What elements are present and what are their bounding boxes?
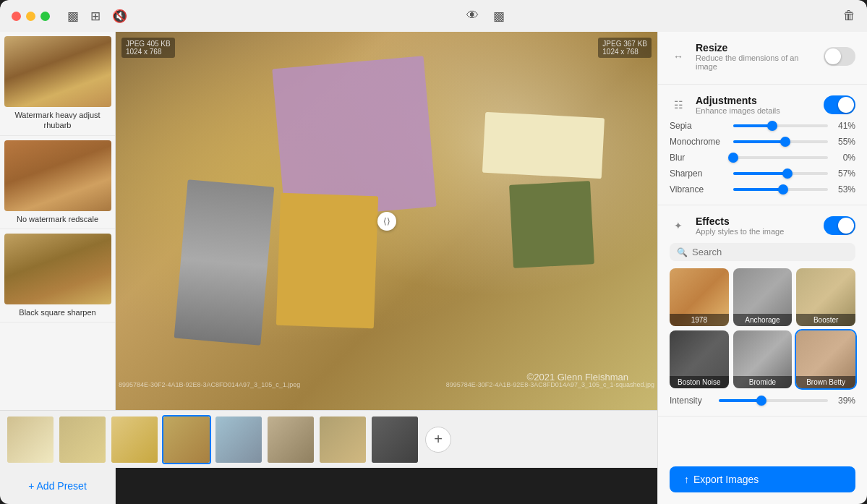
shape-gold (276, 193, 378, 329)
shape-silver (174, 179, 275, 345)
film-thumb-2[interactable] (58, 415, 107, 464)
left-sidebar: Watermark heavy adjust rhubarb No waterm… (0, 32, 116, 410)
eye-icon[interactable]: 👁 (466, 9, 479, 24)
mute-icon[interactable]: 🔇 (112, 9, 127, 24)
image-info-left: JPEG 405 KB 1024 x 768 (121, 38, 175, 58)
effect-anchorage-label: Anchorage (733, 314, 793, 326)
titlebar: ▩ ⊞ 🔇 👁 ▩ 🗑 (0, 0, 867, 32)
film-thumb-5[interactable] (214, 415, 263, 464)
grid-icon[interactable]: ⊞ (90, 9, 101, 24)
sharpen-value: 57% (834, 168, 855, 179)
effect-boston-noise-label: Boston Noise (670, 376, 729, 388)
resize-section: ↔ Resize Reduce the dimensions of an ima… (658, 32, 867, 85)
preset-label-1: Watermark heavy adjust rhubarb (4, 110, 111, 131)
export-icon: ↑ (684, 474, 689, 485)
monochrome-slider-row: Monochrome 55% (670, 137, 855, 147)
preset-item-1[interactable]: Watermark heavy adjust rhubarb (0, 32, 115, 136)
monochrome-label: Monochrome (670, 137, 727, 147)
titlebar-center-icons: 👁 ▩ (136, 9, 834, 24)
filmstrip: + (0, 410, 657, 468)
effect-booster[interactable]: Booster (796, 268, 855, 326)
maximize-button[interactable] (40, 12, 50, 21)
export-area: ↑ Export Images (658, 417, 867, 504)
split-drag-handle[interactable]: ⟨⟩ (377, 212, 396, 231)
resize-title: Resize (696, 42, 818, 54)
titlebar-left-icons: ▩ ⊞ 🔇 (67, 9, 127, 24)
search-icon: 🔍 (677, 247, 688, 257)
image-display: JPEG 405 KB 1024 x 768 JPEG 367 KB 1024 … (116, 32, 657, 410)
sharpen-slider[interactable] (733, 172, 828, 175)
preset-thumb-3 (4, 234, 111, 304)
filmstrip-add-button[interactable]: + (425, 427, 451, 453)
adjustments-toggle[interactable] (824, 95, 855, 114)
film-thumb-1[interactable] (6, 415, 55, 464)
preset-label-3: Black square sharpen (4, 307, 111, 317)
blur-slider[interactable] (733, 156, 828, 159)
effect-1978[interactable]: 1978 (670, 268, 729, 326)
effects-toggle[interactable] (824, 216, 855, 235)
sepia-value: 41% (834, 121, 855, 131)
effects-subtitle: Apply styles to the image (696, 227, 818, 236)
film-thumb-6[interactable] (266, 415, 315, 464)
effect-bromide-label: Bromide (733, 376, 793, 388)
copyright-overlay: ©2021 Glenn Fleishman (527, 372, 628, 383)
vibrance-slider-row: Vibrance 53% (670, 184, 855, 195)
intensity-value: 39% (834, 396, 855, 406)
film-thumb-3[interactable] (110, 415, 159, 464)
monochrome-slider[interactable] (733, 140, 828, 143)
film-thumb-4[interactable] (162, 415, 211, 464)
export-button[interactable]: ↑ Export Images (670, 466, 855, 492)
vibrance-value: 53% (834, 184, 855, 195)
effect-grid: 1978 Anchorage Booster Boston Noise Brom… (670, 268, 855, 388)
effects-search-bar[interactable]: 🔍 (670, 243, 855, 261)
film-thumb-7[interactable] (318, 415, 367, 464)
vibrance-slider[interactable] (733, 188, 828, 191)
trash-icon[interactable]: 🗑 (843, 9, 855, 22)
filename-left: 8995784E-30F2-4A1B-92E8-3AC8FD014A97_3_1… (119, 381, 300, 388)
resize-subtitle: Reduce the dimensions of an image (696, 54, 818, 71)
preset-thumb-2 (4, 140, 111, 211)
right-panel: ↔ Resize Reduce the dimensions of an ima… (657, 32, 867, 504)
sepia-slider-row: Sepia 41% (670, 121, 855, 131)
adjustments-section: ☷ Adjustments Enhance images details Sep… (658, 85, 867, 205)
resize-icon: ↔ (670, 48, 687, 65)
blur-label: Blur (670, 153, 727, 163)
preset-item-2[interactable]: No watermark redscale (0, 136, 115, 229)
effect-1978-label: 1978 (670, 314, 729, 326)
preset-item-3[interactable]: Black square sharpen (0, 229, 115, 323)
effects-icon: ✦ (670, 217, 687, 234)
effect-booster-label: Booster (796, 314, 855, 326)
titlebar-right-icons: 🗑 (843, 9, 855, 23)
minimize-button[interactable] (26, 12, 35, 21)
blur-value: 0% (834, 153, 855, 163)
intensity-label: Intensity (670, 396, 713, 406)
effect-brown-betty[interactable]: Brown Betty (796, 330, 855, 388)
sepia-slider[interactable] (733, 124, 828, 127)
canvas-area: JPEG 405 KB 1024 x 768 JPEG 367 KB 1024 … (116, 32, 657, 410)
close-button[interactable] (12, 12, 21, 21)
add-preset-button[interactable]: + Add Preset (0, 468, 116, 504)
image-info-right: JPEG 367 KB 1024 x 768 (598, 38, 652, 58)
monochrome-value: 55% (834, 137, 855, 147)
intensity-slider[interactable] (719, 399, 828, 402)
sepia-label: Sepia (670, 121, 727, 131)
preset-thumb-1 (4, 36, 111, 107)
film-thumb-8[interactable] (370, 415, 419, 464)
sidebar-toggle-icon[interactable]: ▩ (67, 9, 79, 24)
intensity-row: Intensity 39% (670, 396, 855, 406)
traffic-lights (12, 12, 50, 21)
columns-icon[interactable]: ▩ (493, 9, 505, 24)
effect-brown-betty-label: Brown Betty (796, 376, 855, 388)
shape-green (509, 181, 594, 268)
effects-search-input[interactable] (692, 247, 848, 257)
effect-bromide[interactable]: Bromide (733, 330, 793, 388)
blur-slider-row: Blur 0% (670, 153, 855, 163)
effect-anchorage[interactable]: Anchorage (733, 268, 793, 326)
vibrance-label: Vibrance (670, 184, 727, 195)
adjustments-icon: ☷ (670, 96, 687, 114)
sharpen-slider-row: Sharpen 57% (670, 168, 855, 179)
sharpen-label: Sharpen (670, 168, 727, 179)
effect-boston-noise[interactable]: Boston Noise (670, 330, 729, 388)
content-wrapper: Watermark heavy adjust rhubarb No waterm… (0, 32, 867, 504)
resize-toggle[interactable] (824, 47, 855, 66)
